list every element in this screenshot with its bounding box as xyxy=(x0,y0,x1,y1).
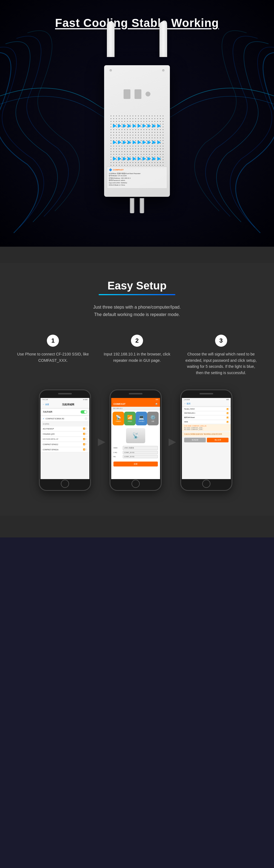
wifi3-item-1[interactable]: Tenele_F2010 📶 xyxy=(182,407,231,411)
ssid-label: SSID: xyxy=(114,447,122,449)
arrow-1-between: ▶ xyxy=(98,436,105,447)
setup-content: Easy Setup Just three steps with a phone… xyxy=(0,263,274,516)
arrow-12: ▶ xyxy=(118,139,122,145)
repeater-label: 中继模式 xyxy=(116,421,121,422)
phone-3-status: 上午10:02 WiFi xyxy=(182,398,231,401)
comfast-brand: COMFAST xyxy=(114,403,125,405)
5g-value[interactable]: COMF_20-5G xyxy=(123,455,158,458)
phone-3-home[interactable] xyxy=(202,479,210,488)
arrow-22: ▶ xyxy=(118,155,122,161)
wifi-signal-2: 📶ⓘ xyxy=(83,428,87,430)
phones-row: 下午 1:47 ▾▾ WiFi ← 设置 无线局域网 无线局域网 xyxy=(17,390,257,494)
wifi3-item-3[interactable]: 临时WiFi2wed 📶 xyxy=(182,415,231,420)
wifi-network-3[interactable]: ChinaNet-ryH3 📶ⓘ xyxy=(40,432,89,437)
step-2-number: 2 xyxy=(131,335,143,347)
wifi-label: 无线局域网 xyxy=(43,410,52,413)
ap-mode-btn[interactable]: 📶 AP模式 xyxy=(124,412,135,425)
wifi-network-4[interactable]: DZVYK28O.IBPVIL-AP 📶ⓘ xyxy=(40,437,89,442)
wifi3-signal-1: 📶 xyxy=(226,408,229,410)
ssid-value[interactable]: LINK1 免密连 xyxy=(123,446,158,450)
wifi-list-3: Tenele_F2010 📶 4S6709/2x40-1 📶 临时WiFi2we… xyxy=(182,406,231,444)
phone-2-frame: WiFi COMFAST 🏠 192.168.10.1 📡 中 xyxy=(110,390,162,491)
client-icon: 💻 xyxy=(139,415,144,420)
arrow-2: ▶ xyxy=(118,123,122,128)
arrow-7: ▶ xyxy=(143,123,146,128)
phone-2-home[interactable] xyxy=(131,479,140,488)
setup-title: Easy Setup xyxy=(108,280,166,292)
check-icon: ✓ xyxy=(43,417,45,420)
setup-title-underline xyxy=(99,294,175,295)
wifi-network-2[interactable]: ADJYNEWUP 📶ⓘ xyxy=(40,427,89,431)
step-1: 1 Use Phone to connect CF-2100 SSID, lik… xyxy=(17,335,90,376)
2g-label: 2.4G: xyxy=(114,452,122,453)
prong-2 xyxy=(134,89,142,99)
step-2: 2 Input 192.168.10.1 in the browser, cli… xyxy=(100,335,174,376)
phone-3-speaker xyxy=(200,393,213,394)
step-2-text: Input 192.168.10.1 in the browser, click… xyxy=(100,351,174,364)
arrow-10: ▶ xyxy=(157,123,161,128)
home-icon: 🏠 xyxy=(155,403,158,405)
wifi3-ssid-1: Tenele_F2010 xyxy=(184,408,226,410)
device-label: 🔷 COMFAST 2100Mbps 双频中继器/Dual-Band Repea… xyxy=(107,167,167,189)
2g-value[interactable]: COMF_20-5G xyxy=(123,451,158,454)
arrow-13: ▶ xyxy=(123,139,127,145)
wifi-ssid-5: COMFAST-EFA012 xyxy=(43,443,83,445)
step-1-text: Use Phone to connect CF-2100 SSID, like … xyxy=(17,351,90,364)
arrow-14: ▶ xyxy=(128,139,131,145)
wifi3-item-4[interactable]: HIDE 📶 xyxy=(182,420,231,424)
wifi-toggle-row: 无线局域网 xyxy=(40,409,89,415)
step-1-number: 1 xyxy=(47,335,59,347)
repeater-icon: 📡 xyxy=(116,415,121,420)
arrow-18: ▶ xyxy=(147,139,151,145)
device-ip: IP地址/Address: 192.168.10.1 xyxy=(109,177,165,179)
arrow-15: ▶ xyxy=(132,139,136,145)
phone-1-container: 下午 1:47 ▾▾ WiFi ← 设置 无线局域网 无线局域网 xyxy=(39,390,94,494)
phone-3-signals: WiFi xyxy=(226,399,229,400)
arrow-29: ▶ xyxy=(152,155,156,161)
step-3-number: 3 xyxy=(215,335,227,347)
setup-subtitle-line1: Just three steps with a phone/computer/I… xyxy=(93,303,181,311)
wifi-network-1[interactable]: ✓ COMFAST-E366A-5G ⓘ xyxy=(40,416,89,422)
phone-2-screen: WiFi COMFAST 🏠 192.168.10.1 📡 中 xyxy=(111,398,160,479)
device-image: ▶ ▶ ▶ ▶ ▶ ▶ ▶ ▶ ▶ ▶ ▶ ▶ ▶ ▶ ▶ xyxy=(80,38,194,224)
wifi-signal-6: 📶ⓘ xyxy=(83,448,87,451)
device-current: 150mA Made in China xyxy=(109,184,165,186)
prong-1 xyxy=(124,89,130,99)
confirm-setup-btn[interactable]: 确认设置 xyxy=(207,438,229,442)
cooling-title: Fast Cooling Stable Working xyxy=(55,17,219,30)
wifi3-item-2[interactable]: 4S6709/2x40-1 📶 xyxy=(182,411,231,415)
field-row-2: 2.4G: COMF_20-5G xyxy=(114,451,158,454)
wifi-toggle[interactable] xyxy=(81,410,87,413)
arrow-25: ▶ xyxy=(132,155,136,161)
setup-subtitle-line2: The default working mode is repeater mod… xyxy=(93,311,181,318)
wifi-network-5[interactable]: COMFAST-EFA012 📶ⓘ xyxy=(40,442,89,447)
settings-icon: ⚙️ xyxy=(150,415,156,420)
phone-1-header: ← 设置 无线局域网 xyxy=(40,401,89,408)
wifi-signal-3: 📶ⓘ xyxy=(83,433,87,435)
client-mode-btn[interactable]: 💻 Client模式 xyxy=(135,412,147,425)
router-mockup: ▶ ▶ ▶ ▶ ▶ ▶ ▶ ▶ ▶ ▶ ▶ ▶ ▶ ▶ ▶ xyxy=(93,54,181,208)
arrow-21: ▶ xyxy=(113,155,117,161)
antenna-left xyxy=(107,21,115,57)
5g-label: 5G: xyxy=(114,456,122,458)
phone-1-home[interactable] xyxy=(61,479,69,488)
wifi-signal-5: 📶ⓘ xyxy=(83,443,87,446)
wifi-info-1: ⓘ xyxy=(85,417,87,420)
settings-btn[interactable]: ⚙️ 设置 xyxy=(147,412,159,425)
phone-1-speaker xyxy=(58,393,72,394)
plug-prongs xyxy=(130,198,144,213)
setup-subtitle: Just three steps with a phone/computer/I… xyxy=(93,303,181,318)
cancel-setup-btn[interactable]: 取消设置 xyxy=(184,438,206,442)
arrow-1: ▶ xyxy=(113,123,117,128)
cooling-heading: Fast Cooling Stable Working xyxy=(55,17,219,30)
connect-btn[interactable]: 连接 xyxy=(114,462,158,466)
device-description: 2100Mbps 双频中继器/Dual-Band Repeater xyxy=(109,173,165,175)
repeater-mode-btn[interactable]: 📡 中继模式 xyxy=(113,412,124,425)
wifi-network-6[interactable]: COMFAST-EFA01A 📶ⓘ xyxy=(40,447,89,452)
phone-1-signals: ▾▾ WiFi xyxy=(83,399,88,400)
phone-2-header: COMFAST 🏠 xyxy=(111,401,160,407)
wifi-ssid-2: ADJYNEWUP xyxy=(43,428,83,430)
arrow-28: ▶ xyxy=(147,155,151,161)
back-btn[interactable]: ← 返回 xyxy=(184,403,190,405)
phone-3-frame: 上午10:02 WiFi ← 返回 Tenele_F2010 📶 xyxy=(180,390,232,491)
